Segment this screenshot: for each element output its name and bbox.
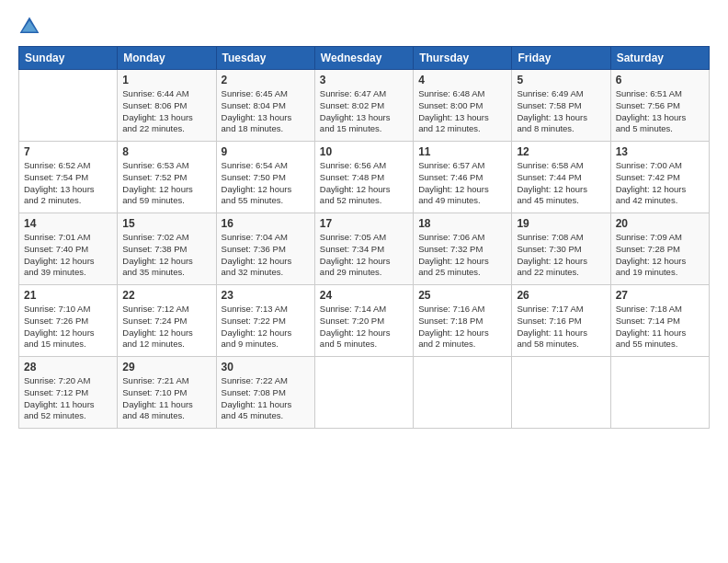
- day-number: 2: [222, 74, 310, 86]
- day-info: Sunrise: 7:21 AM Sunset: 7:10 PM Dayligh…: [122, 375, 210, 422]
- day-info: Sunrise: 7:20 AM Sunset: 7:12 PM Dayligh…: [24, 375, 112, 422]
- calendar-cell: 22Sunrise: 7:12 AM Sunset: 7:24 PM Dayli…: [118, 285, 216, 357]
- day-info: Sunrise: 6:52 AM Sunset: 7:54 PM Dayligh…: [24, 160, 112, 207]
- day-info: Sunrise: 7:22 AM Sunset: 7:08 PM Dayligh…: [222, 375, 310, 422]
- day-info: Sunrise: 6:48 AM Sunset: 8:00 PM Dayligh…: [418, 88, 506, 135]
- day-number: 28: [24, 361, 112, 373]
- day-info: Sunrise: 6:47 AM Sunset: 8:02 PM Dayligh…: [320, 88, 408, 135]
- day-number: 4: [418, 74, 506, 86]
- calendar-cell: 9Sunrise: 6:54 AM Sunset: 7:50 PM Daylig…: [216, 142, 314, 213]
- calendar-cell: 1Sunrise: 6:44 AM Sunset: 8:06 PM Daylig…: [118, 70, 216, 142]
- header: [18, 15, 710, 37]
- day-info: Sunrise: 7:04 AM Sunset: 7:36 PM Dayligh…: [222, 232, 310, 279]
- day-info: Sunrise: 7:14 AM Sunset: 7:20 PM Dayligh…: [320, 304, 408, 350]
- day-number: 15: [122, 217, 210, 230]
- calendar-cell: 25Sunrise: 7:16 AM Sunset: 7:18 PM Dayli…: [414, 285, 512, 357]
- day-info: Sunrise: 7:06 AM Sunset: 7:32 PM Dayligh…: [418, 232, 506, 279]
- weekday-header: Tuesday: [216, 47, 314, 70]
- day-number: 20: [616, 217, 704, 230]
- day-info: Sunrise: 7:10 AM Sunset: 7:26 PM Dayligh…: [24, 304, 112, 350]
- calendar-cell: 30Sunrise: 7:22 AM Sunset: 7:08 PM Dayli…: [216, 357, 314, 429]
- day-number: 21: [24, 289, 112, 302]
- calendar-cell: 3Sunrise: 6:47 AM Sunset: 8:02 PM Daylig…: [314, 70, 413, 142]
- day-number: 24: [320, 289, 408, 302]
- day-number: 30: [222, 361, 310, 373]
- day-number: 14: [24, 217, 112, 230]
- calendar-cell: 24Sunrise: 7:14 AM Sunset: 7:20 PM Dayli…: [314, 285, 413, 357]
- calendar-cell: 23Sunrise: 7:13 AM Sunset: 7:22 PM Dayli…: [216, 285, 314, 357]
- calendar-cell: 7Sunrise: 6:52 AM Sunset: 7:54 PM Daylig…: [19, 142, 118, 213]
- day-info: Sunrise: 6:49 AM Sunset: 7:58 PM Dayligh…: [517, 88, 605, 135]
- calendar-cell: 29Sunrise: 7:21 AM Sunset: 7:10 PM Dayli…: [118, 357, 216, 429]
- day-number: 16: [222, 217, 310, 230]
- day-info: Sunrise: 6:45 AM Sunset: 8:04 PM Dayligh…: [222, 88, 310, 135]
- calendar-cell: 20Sunrise: 7:09 AM Sunset: 7:28 PM Dayli…: [610, 213, 709, 285]
- calendar-cell: 15Sunrise: 7:02 AM Sunset: 7:38 PM Dayli…: [118, 213, 216, 285]
- day-info: Sunrise: 7:17 AM Sunset: 7:16 PM Dayligh…: [517, 304, 605, 350]
- calendar-cell: 5Sunrise: 6:49 AM Sunset: 7:58 PM Daylig…: [512, 70, 610, 142]
- calendar-cell: 18Sunrise: 7:06 AM Sunset: 7:32 PM Dayli…: [414, 213, 512, 285]
- day-number: 12: [517, 145, 605, 158]
- day-info: Sunrise: 6:54 AM Sunset: 7:50 PM Dayligh…: [222, 160, 310, 207]
- calendar-header: SundayMondayTuesdayWednesdayThursdayFrid…: [19, 47, 710, 70]
- calendar-cell: 8Sunrise: 6:53 AM Sunset: 7:52 PM Daylig…: [118, 142, 216, 213]
- day-number: 18: [418, 217, 506, 230]
- day-info: Sunrise: 7:05 AM Sunset: 7:34 PM Dayligh…: [320, 232, 408, 279]
- day-info: Sunrise: 7:08 AM Sunset: 7:30 PM Dayligh…: [517, 232, 605, 279]
- day-info: Sunrise: 6:56 AM Sunset: 7:48 PM Dayligh…: [320, 160, 408, 207]
- calendar-cell: 13Sunrise: 7:00 AM Sunset: 7:42 PM Dayli…: [610, 142, 709, 213]
- calendar-cell: 16Sunrise: 7:04 AM Sunset: 7:36 PM Dayli…: [216, 213, 314, 285]
- day-info: Sunrise: 7:01 AM Sunset: 7:40 PM Dayligh…: [24, 232, 112, 279]
- weekday-header: Wednesday: [314, 47, 413, 70]
- calendar-body: 1Sunrise: 6:44 AM Sunset: 8:06 PM Daylig…: [19, 70, 710, 429]
- calendar-cell: 17Sunrise: 7:05 AM Sunset: 7:34 PM Dayli…: [314, 213, 413, 285]
- calendar-cell: 10Sunrise: 6:56 AM Sunset: 7:48 PM Dayli…: [314, 142, 413, 213]
- calendar-cell: [512, 357, 610, 429]
- weekday-header: Friday: [512, 47, 610, 70]
- day-info: Sunrise: 6:53 AM Sunset: 7:52 PM Dayligh…: [122, 160, 210, 207]
- day-number: 25: [418, 289, 506, 302]
- calendar-cell: 6Sunrise: 6:51 AM Sunset: 7:56 PM Daylig…: [610, 70, 709, 142]
- weekday-header: Monday: [118, 47, 216, 70]
- day-info: Sunrise: 7:00 AM Sunset: 7:42 PM Dayligh…: [616, 160, 704, 207]
- day-info: Sunrise: 6:58 AM Sunset: 7:44 PM Dayligh…: [517, 160, 605, 207]
- weekday-header: Thursday: [414, 47, 512, 70]
- day-number: 19: [517, 217, 605, 230]
- day-number: 10: [320, 145, 408, 158]
- calendar-cell: [314, 357, 413, 429]
- calendar-cell: 2Sunrise: 6:45 AM Sunset: 8:04 PM Daylig…: [216, 70, 314, 142]
- day-info: Sunrise: 7:13 AM Sunset: 7:22 PM Dayligh…: [222, 304, 310, 350]
- day-number: 27: [616, 289, 704, 302]
- page: SundayMondayTuesdayWednesdayThursdayFrid…: [0, 0, 728, 563]
- day-number: 17: [320, 217, 408, 230]
- day-number: 6: [616, 74, 704, 86]
- calendar-cell: 28Sunrise: 7:20 AM Sunset: 7:12 PM Dayli…: [19, 357, 118, 429]
- day-info: Sunrise: 6:44 AM Sunset: 8:06 PM Dayligh…: [122, 88, 210, 135]
- calendar-cell: 26Sunrise: 7:17 AM Sunset: 7:16 PM Dayli…: [512, 285, 610, 357]
- weekday-header: Saturday: [610, 47, 709, 70]
- day-info: Sunrise: 7:12 AM Sunset: 7:24 PM Dayligh…: [122, 304, 210, 350]
- day-number: 5: [517, 74, 605, 86]
- day-number: 13: [616, 145, 704, 158]
- day-number: 26: [517, 289, 605, 302]
- day-number: 9: [222, 145, 310, 158]
- calendar-cell: [610, 357, 709, 429]
- calendar-cell: 14Sunrise: 7:01 AM Sunset: 7:40 PM Dayli…: [19, 213, 118, 285]
- day-number: 22: [122, 289, 210, 302]
- calendar-cell: 21Sunrise: 7:10 AM Sunset: 7:26 PM Dayli…: [19, 285, 118, 357]
- logo: [18, 15, 44, 37]
- calendar-cell: [414, 357, 512, 429]
- day-number: 1: [122, 74, 210, 86]
- day-info: Sunrise: 7:18 AM Sunset: 7:14 PM Dayligh…: [616, 304, 704, 350]
- calendar-cell: 19Sunrise: 7:08 AM Sunset: 7:30 PM Dayli…: [512, 213, 610, 285]
- day-number: 3: [320, 74, 408, 86]
- logo-icon: [18, 15, 40, 37]
- calendar-cell: 27Sunrise: 7:18 AM Sunset: 7:14 PM Dayli…: [610, 285, 709, 357]
- calendar: SundayMondayTuesdayWednesdayThursdayFrid…: [18, 46, 710, 429]
- day-number: 7: [24, 145, 112, 158]
- day-number: 29: [122, 361, 210, 373]
- weekday-header: Sunday: [19, 47, 118, 70]
- calendar-cell: 11Sunrise: 6:57 AM Sunset: 7:46 PM Dayli…: [414, 142, 512, 213]
- calendar-cell: [19, 70, 118, 142]
- day-info: Sunrise: 6:57 AM Sunset: 7:46 PM Dayligh…: [418, 160, 506, 207]
